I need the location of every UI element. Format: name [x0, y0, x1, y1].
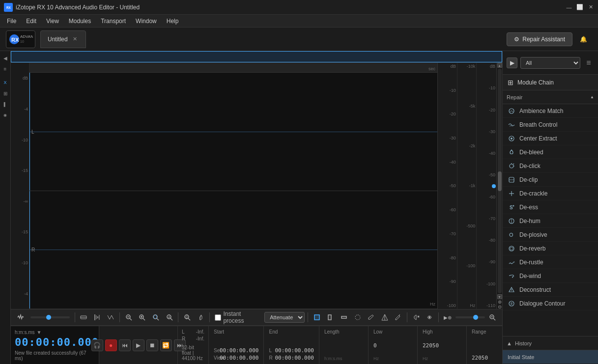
start-view-value: 00:00:00.000	[220, 355, 258, 361]
svg-rect-27	[314, 315, 319, 320]
sidebar-tool-3[interactable]: ⊞	[0, 88, 10, 98]
playback-zoom-slider[interactable]	[456, 316, 485, 318]
play-zoom-button[interactable]: ▶⊕	[442, 311, 454, 323]
select-time-button[interactable]	[338, 311, 350, 323]
view-waveform-button[interactable]	[78, 311, 90, 323]
repair-item-breath-control[interactable]: Breath Control	[503, 118, 598, 132]
separator-6	[407, 312, 407, 322]
channel-tool-button[interactable]	[424, 311, 436, 323]
rdb-5: -50	[439, 183, 456, 188]
zoom-thumb[interactable]	[46, 315, 51, 320]
spectral-repair-button[interactable]	[379, 311, 391, 323]
waveform-view-button[interactable]	[15, 311, 27, 323]
repair-item-de-click[interactable]: De-click	[503, 159, 598, 173]
select-lasso-button[interactable]	[352, 311, 364, 323]
separator-4	[209, 312, 210, 322]
sidebar-tool-4[interactable]: ▌	[0, 99, 10, 109]
scroll-track-inner[interactable]	[498, 69, 502, 293]
panel-play-button[interactable]: ▶	[507, 57, 517, 68]
repair-assistant-button[interactable]: ⚙ Repair Assistant	[507, 32, 572, 46]
scroll-thumb[interactable]	[498, 171, 502, 191]
rdb2-8: -80	[478, 238, 495, 243]
repair-item-ambience-match[interactable]: Ambience Match	[503, 104, 598, 118]
playback-zoom-thumb[interactable]	[473, 315, 478, 320]
minimize-button[interactable]: —	[566, 4, 572, 11]
repair-section-header[interactable]: Repair ▲	[503, 90, 598, 104]
mute-tool-button[interactable]	[410, 311, 422, 323]
zoom-selection-button[interactable]	[150, 311, 162, 323]
module-chain-row[interactable]: ⊞ Module Chain	[503, 75, 598, 90]
repair-item-de-crackle[interactable]: De-crackle	[503, 187, 598, 200]
zoom-out-h-button[interactable]	[487, 311, 499, 323]
view-mixed-button[interactable]	[105, 311, 117, 323]
repair-item-dialogue-contour[interactable]: Dialogue Contour	[503, 297, 598, 310]
menu-help[interactable]: Help	[162, 16, 184, 26]
view-spectrogram-button[interactable]	[91, 311, 103, 323]
notification-icon[interactable]: 🔔	[574, 30, 592, 48]
history-item-initial[interactable]: Initial State	[503, 350, 598, 364]
zoom-in-v-button[interactable]: ⊕	[498, 299, 502, 304]
repair-item-de-bleed[interactable]: De-bleed	[503, 145, 598, 159]
monitor-button[interactable]: 🎧	[91, 339, 103, 351]
repair-item-de-plosive[interactable]: De-plosive	[503, 228, 598, 242]
waveform-track-left[interactable]: L	[29, 73, 437, 191]
svg-line-37	[493, 318, 495, 320]
menu-file[interactable]: File	[2, 16, 21, 26]
vertical-scroll: ▲ ▼ ⊕ ⊖	[496, 63, 502, 309]
select-region-button[interactable]	[325, 311, 337, 323]
scroll-down-button[interactable]: ▼	[497, 294, 502, 299]
brush-tool-button[interactable]	[365, 311, 377, 323]
sidebar-collapse-button[interactable]: ◀	[0, 53, 10, 63]
maximize-button[interactable]: ⬜	[576, 4, 583, 11]
repair-item-de-ess[interactable]: S De-ess	[503, 200, 598, 214]
stop-button[interactable]: ⏹	[146, 339, 158, 351]
record-button[interactable]: ●	[105, 339, 117, 351]
tab-close-button[interactable]: ✕	[72, 36, 79, 43]
rdb-9: -90	[439, 279, 456, 284]
repair-item-de-clip[interactable]: De-clip	[503, 173, 598, 187]
separator-3	[178, 312, 178, 322]
attenuate-select[interactable]: Attenuate Remove	[264, 312, 305, 323]
pencil-tool-button[interactable]	[392, 311, 404, 323]
scroll-up-button[interactable]: ▲	[497, 63, 502, 68]
repair-item-deconstruct[interactable]: Deconstruct	[503, 283, 598, 297]
select-all-button[interactable]	[311, 311, 323, 323]
zoom-fit-button[interactable]: A	[164, 311, 175, 323]
menu-transport[interactable]: Transport	[96, 16, 131, 26]
panel-filter-select[interactable]: All Repair Restoration Spectral	[520, 57, 580, 69]
repair-item-de-hum[interactable]: De-hum	[503, 214, 598, 228]
db-label-3: -15	[12, 168, 28, 173]
svg-point-35	[428, 316, 430, 318]
zoom-in-button[interactable]	[137, 311, 148, 323]
sidebar-tool-1[interactable]: ≡	[0, 64, 10, 74]
repair-item-de-wind[interactable]: De-wind	[503, 269, 598, 283]
go-to-start-button[interactable]: ⏮	[119, 339, 131, 351]
zoom-out-button[interactable]	[123, 311, 135, 323]
sidebar-tool-5[interactable]: ◉	[0, 110, 10, 120]
instant-process-label[interactable]: Instant process	[215, 310, 261, 324]
sidebar-tool-2[interactable]: X	[0, 78, 10, 87]
loop-button[interactable]: 🔁	[160, 339, 172, 351]
history-header[interactable]: ▲ History	[503, 336, 598, 350]
menu-modules[interactable]: Modules	[64, 16, 96, 26]
repair-item-center-extract[interactable]: Center Extract	[503, 132, 598, 145]
waveform-track-right[interactable]: R Hz	[29, 191, 437, 309]
hand-tool-button[interactable]	[195, 311, 207, 323]
repair-item-de-reverb[interactable]: De-reverb	[503, 242, 598, 255]
zoom-scroll-button[interactable]	[181, 311, 193, 323]
time-dropdown-arrow[interactable]: ▼	[37, 330, 42, 335]
menu-edit[interactable]: Edit	[21, 16, 41, 26]
menu-window[interactable]: Window	[131, 16, 162, 26]
zoom-slider[interactable]	[30, 316, 70, 318]
low-value: 0	[373, 342, 412, 349]
close-button[interactable]: ✕	[587, 4, 594, 11]
tab-untitled[interactable]: Untitled ✕	[40, 30, 86, 48]
repair-item-de-rustle[interactable]: De-rustle	[503, 255, 598, 269]
menu-view[interactable]: View	[41, 16, 64, 26]
zoom-out-v-button[interactable]: ⊖	[498, 304, 502, 309]
instant-process-checkbox[interactable]	[215, 314, 221, 321]
rdb-4: -40	[439, 160, 456, 165]
panel-menu-button[interactable]: ≡	[583, 57, 594, 68]
play-button[interactable]: ▶	[133, 339, 144, 351]
scroll-dot[interactable]	[492, 184, 496, 188]
